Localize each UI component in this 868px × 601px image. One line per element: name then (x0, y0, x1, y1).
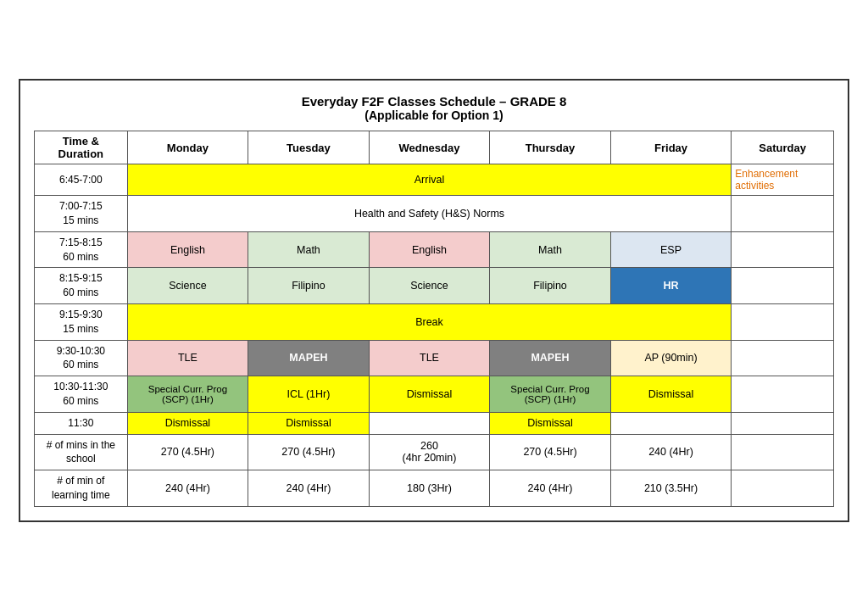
friday-esp: ESP (610, 231, 732, 268)
row-mins-school: # of mins in the school 270 (4.5Hr) 270 … (35, 434, 834, 470)
monday-dismissal1130: Dismissal (127, 412, 248, 434)
time-715: 7:15-8:1560 mins (35, 231, 128, 268)
enhancement-cell: Enhancementactivities (732, 164, 834, 196)
thursday-dismissal1130: Dismissal (490, 412, 611, 434)
friday-mins-school: 240 (4Hr) (610, 434, 732, 470)
header-tuesday: Tuesday (248, 131, 370, 164)
friday-learning: 210 (3.5Hr) (610, 470, 732, 507)
row-hs: 7:00-7:1515 mins Health and Safety (H&S)… (35, 196, 834, 232)
row-815: 8:15-9:1560 mins Science Filipino Scienc… (35, 268, 834, 304)
time-645: 6:45-7:00 (35, 164, 128, 196)
header-wednesday: Wednesday (369, 131, 490, 164)
header-time: Time & Duration (35, 131, 128, 164)
wednesday-dismissal1030: Dismissal (369, 376, 490, 413)
time-930: 9:30-10:3060 mins (35, 340, 128, 376)
row-1130: 11:30 Dismissal Dismissal Dismissal (35, 412, 834, 434)
tuesday-mapeh: MAPEH (248, 340, 370, 376)
sat-930 (732, 340, 834, 376)
sat-1130 (732, 412, 834, 434)
title-line1: Everyday F2F Classes Schedule – GRADE 8 (34, 94, 834, 109)
time-700: 7:00-7:1515 mins (35, 196, 128, 232)
time-1130: 11:30 (35, 412, 128, 434)
wednesday-1130 (369, 412, 490, 434)
header-row: Time & Duration Monday Tuesday Wednesday… (35, 131, 834, 164)
thursday-learning: 240 (4Hr) (490, 470, 611, 507)
friday-dismissal1030: Dismissal (610, 376, 732, 413)
wednesday-english: English (369, 231, 490, 268)
sat-break (732, 304, 834, 341)
friday-hr: HR (610, 268, 732, 304)
thursday-math: Math (490, 231, 611, 268)
arrival-cell: Arrival (127, 164, 732, 196)
thursday-mins-school: 270 (4.5Hr) (490, 434, 611, 470)
row-1030: 10:30-11:3060 mins Special Curr. Prog(SC… (35, 376, 834, 413)
tuesday-dismissal1130: Dismissal (248, 412, 370, 434)
tuesday-filipino: Filipino (248, 268, 370, 304)
tuesday-learning: 240 (4Hr) (248, 470, 370, 507)
sat-mins-school (732, 434, 834, 470)
tuesday-icl: ICL (1Hr) (248, 376, 370, 413)
header-thursday: Thursday (490, 131, 611, 164)
header-saturday: Saturday (732, 131, 834, 164)
friday-1130 (610, 412, 732, 434)
label-learning-time: # of min of learning time (35, 470, 128, 507)
hs-cell: Health and Safety (H&S) Norms (127, 196, 732, 232)
tuesday-mins-school: 270 (4.5Hr) (248, 434, 370, 470)
header-monday: Monday (127, 131, 248, 164)
sat-learning (732, 470, 834, 507)
sat-815 (732, 268, 834, 304)
row-arrival: 6:45-7:00 Arrival Enhancementactivities (35, 164, 834, 196)
monday-tle: TLE (127, 340, 248, 376)
label-mins-school: # of mins in the school (35, 434, 128, 470)
time-815: 8:15-9:1560 mins (35, 268, 128, 304)
sat-715 (732, 231, 834, 268)
monday-science: Science (127, 268, 248, 304)
row-learning-time: # of min of learning time 240 (4Hr) 240 … (35, 470, 834, 507)
header-friday: Friday (610, 131, 732, 164)
thursday-mapeh: MAPEH (490, 340, 611, 376)
wednesday-learning: 180 (3Hr) (369, 470, 490, 507)
title-line2: (Applicable for Option 1) (34, 109, 834, 122)
row-715: 7:15-8:1560 mins English Math English Ma… (35, 231, 834, 268)
row-930: 9:30-10:3060 mins TLE MAPEH TLE MAPEH AP… (35, 340, 834, 376)
title-block: Everyday F2F Classes Schedule – GRADE 8 … (34, 94, 834, 122)
sat-hs (732, 196, 834, 232)
time-1030: 10:30-11:3060 mins (35, 376, 128, 413)
time-915: 9:15-9:3015 mins (35, 304, 128, 341)
thursday-filipino: Filipino (490, 268, 611, 304)
sat-1030 (732, 376, 834, 413)
wednesday-science: Science (369, 268, 490, 304)
monday-english: English (127, 231, 248, 268)
tuesday-math: Math (248, 231, 370, 268)
break-cell: Break (127, 304, 732, 341)
wednesday-mins-school: 260(4hr 20min) (369, 434, 490, 470)
page-wrapper: Everyday F2F Classes Schedule – GRADE 8 … (19, 79, 849, 522)
monday-mins-school: 270 (4.5Hr) (127, 434, 248, 470)
schedule-table: Time & Duration Monday Tuesday Wednesday… (34, 131, 834, 507)
row-break: 9:15-9:3015 mins Break (35, 304, 834, 341)
thursday-scp: Special Curr. Prog(SCP) (1Hr) (490, 376, 611, 413)
monday-learning: 240 (4Hr) (127, 470, 248, 507)
wednesday-tle: TLE (369, 340, 490, 376)
friday-ap: AP (90min) (610, 340, 732, 376)
monday-scp: Special Curr. Prog(SCP) (1Hr) (127, 376, 248, 413)
